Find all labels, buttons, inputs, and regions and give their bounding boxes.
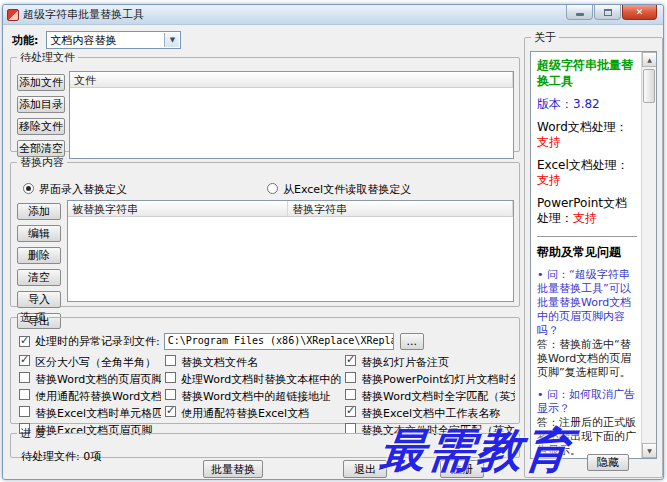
function-bar: 功能: 文档内容替换 ▼ (12, 31, 181, 49)
register-button[interactable]: 注册 (440, 460, 484, 478)
divider (537, 236, 637, 237)
files-list[interactable]: 文件 (69, 71, 514, 159)
bullet-icon: • (537, 388, 544, 401)
exit-button[interactable]: 退出 (343, 460, 387, 478)
rules-list[interactable]: 被替换字符串 替换字符串 (67, 200, 514, 302)
checkbox-word-wildcard[interactable] (19, 389, 30, 400)
checkbox-label[interactable]: 替换文档文件名 (181, 355, 258, 370)
scroll-up-icon[interactable]: ▲ (642, 52, 657, 67)
about-group: 关于 超级字符串批量替换工具 版本：3.82 Word文档处理：支持 Excel… (524, 30, 663, 478)
add-file-button[interactable]: 添加文件 (17, 74, 65, 91)
radio-ui-input[interactable] (23, 183, 34, 194)
support-excel-value: 支持 (537, 173, 561, 187)
browse-button[interactable]: ... (400, 333, 424, 350)
batch-replace-button[interactable]: 批量替换 (203, 460, 263, 478)
delete-rule-button[interactable]: 删除 (17, 247, 61, 264)
log-checkbox[interactable] (19, 336, 30, 347)
scrollbar-thumb[interactable] (643, 69, 655, 103)
radio-ui-label[interactable]: 界面录入替换定义 (39, 182, 127, 197)
edit-rule-button[interactable]: 编辑 (17, 225, 61, 242)
log-checkbox-label[interactable]: 处理时的异常记录到文件: (35, 334, 160, 349)
files-group-title: 待处理文件 (17, 50, 78, 65)
checkbox-label[interactable]: 替换PowerPoint幻灯片文档时全字匹配 (361, 372, 515, 387)
files-group: 待处理文件 添加文件 添加目录 移除文件 全部清空 文件 (10, 50, 520, 152)
checkbox-excel-sheetname[interactable] (345, 406, 356, 417)
support-word-label: Word文档处理： (537, 120, 628, 134)
maximize-icon (604, 9, 612, 16)
checkbox-label[interactable]: 使用通配符替换Word文档 (35, 389, 161, 404)
checkbox-label[interactable]: 替换Excel文档中工作表名称 (361, 406, 500, 421)
hide-ad-button[interactable]: 隐藏 (587, 454, 629, 471)
version-label: 版本： (537, 97, 573, 111)
checkbox-case-sensitive[interactable] (19, 355, 30, 366)
radio-excel-input[interactable] (267, 183, 278, 194)
about-group-title: 关于 (531, 30, 559, 45)
close-button[interactable]: ✕ (622, 5, 657, 20)
checkbox-label[interactable]: 区分大小写（全角半角） (35, 355, 156, 370)
checkbox-word-header-footer[interactable] (19, 372, 30, 383)
minimize-button[interactable] (566, 5, 593, 20)
footer-bar: 批量替换 退出 注册 (10, 460, 514, 480)
checkbox-replace-filename[interactable] (165, 355, 176, 366)
bullet-icon: • (537, 268, 544, 281)
checkbox-label[interactable]: 替换幻灯片备注页 (361, 355, 449, 370)
checkbox-label[interactable]: 替换Excel文档时单元格匹配 (35, 406, 161, 421)
add-folder-button[interactable]: 添加目录 (17, 96, 65, 113)
faq-answer-1: 答：替换前选中“替换Word文档的页眉页脚”复选框即可。 (537, 338, 637, 380)
window-controls: ✕ (565, 5, 657, 20)
close-icon: ✕ (636, 7, 644, 17)
replace-group: 替换内容 界面录入替换定义 从Excel文件读取替换定义 添加 编辑 删除 清空… (10, 155, 520, 307)
help-title: 帮助及常见问题 (537, 245, 637, 260)
replace-group-title: 替换内容 (17, 155, 67, 170)
add-rule-button[interactable]: 添加 (17, 203, 61, 220)
about-box: 超级字符串批量替换工具 版本：3.82 Word文档处理：支持 Excel文档处… (530, 51, 657, 459)
checkbox-word-hyperlink[interactable] (165, 389, 176, 400)
checkbox-label[interactable]: 替换Word文档的页眉页脚 (35, 372, 161, 387)
about-content: 超级字符串批量替换工具 版本：3.82 Word文档处理：支持 Excel文档处… (531, 52, 641, 458)
about-scrollbar[interactable]: ▲ ▼ (641, 52, 656, 458)
app-icon (7, 9, 19, 21)
log-path-input[interactable]: C:\Program Files (x86)\XReplace\XReplace… (164, 333, 394, 350)
minimize-icon (576, 13, 584, 16)
checkbox-slide-notes[interactable] (345, 355, 356, 366)
checkbox-ppt-wholeword[interactable] (345, 372, 356, 383)
checkbox-label[interactable]: 使用通配符替换Excel文档 (181, 406, 309, 421)
maximize-button[interactable] (594, 5, 621, 20)
version-value: 3.82 (573, 97, 600, 111)
about-app-name: 超级字符串批量替换工具 (537, 57, 637, 89)
rules-column-source[interactable]: 被替换字符串 (68, 201, 288, 216)
files-column-header[interactable]: 文件 (70, 72, 513, 87)
app-window: 超级字符串批量替换工具 ✕ 功能: 文档内容替换 ▼ 待处理文件 添加文件 添加… (2, 4, 664, 480)
function-label: 功能: (12, 33, 38, 48)
rules-column-target[interactable]: 替换字符串 (288, 201, 513, 216)
client-area: 功能: 文档内容替换 ▼ 待处理文件 添加文件 添加目录 移除文件 全部清空 文… (6, 26, 660, 476)
support-ppt-value: 支持 (573, 211, 597, 225)
progress-group: 进 度 待处理文件: 0项 (10, 426, 520, 458)
checkbox-label[interactable]: 替换Word文档中的超链接地址 (181, 389, 330, 404)
remove-file-button[interactable]: 移除文件 (17, 118, 65, 135)
titlebar[interactable]: 超级字符串批量替换工具 ✕ (3, 5, 663, 25)
checkbox-excel-wildcard[interactable] (165, 406, 176, 417)
support-word-value: 支持 (537, 135, 561, 149)
scroll-down-icon[interactable]: ▼ (642, 443, 657, 458)
window-title: 超级字符串批量替换工具 (23, 7, 144, 22)
radio-excel-label[interactable]: 从Excel文件读取替换定义 (283, 182, 411, 197)
clear-rules-button[interactable]: 清空 (17, 269, 61, 286)
progress-group-title: 进 度 (17, 426, 49, 441)
checkbox-label[interactable]: 替换Word文档时全字匹配（英文和数字） (361, 389, 515, 404)
checkbox-excel-cellmatch[interactable] (19, 406, 30, 417)
checkbox-word-textbox[interactable] (165, 372, 176, 383)
support-excel-label: Excel文档处理： (537, 158, 629, 172)
options-group-title: 选 项 (17, 310, 49, 325)
chevron-down-icon[interactable]: ▼ (164, 33, 179, 47)
checkbox-word-wholeword[interactable] (345, 389, 356, 400)
options-group: 选 项 处理时的异常记录到文件: C:\Program Files (x86)\… (10, 310, 520, 424)
faq-question-1[interactable]: 问：“超级字符串批量替换工具”可以批量替换Word文档中的页眉页脚内容吗？ (537, 268, 631, 337)
faq-answer-2: 答：注册后的正式版将不会出现下面的广告显示。 (537, 416, 637, 458)
function-select[interactable]: 文档内容替换 ▼ (46, 31, 181, 49)
function-selected-value: 文档内容替换 (50, 33, 116, 48)
checkbox-label[interactable]: 处理Word文档时替换文本框中的内容 (181, 372, 341, 387)
import-button[interactable]: 导入 (17, 291, 61, 308)
faq-question-2[interactable]: 问：如何取消广告显示？ (537, 388, 635, 415)
